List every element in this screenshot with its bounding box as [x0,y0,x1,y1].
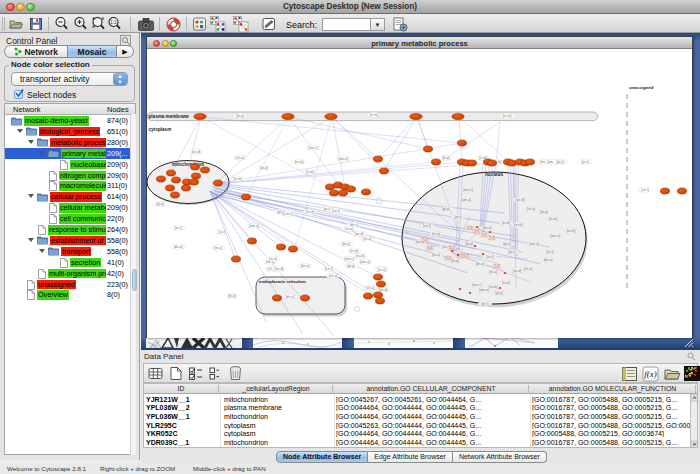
svg-text:[ch-a]: [ch-a] [527,207,536,211]
svg-text:[gl-y]: [gl-y] [495,291,502,295]
svg-text:[ce-l]: [ce-l] [546,250,553,254]
svg-text:[ox-d]: [ox-d] [192,150,201,154]
svg-text:[pr-t]: [pr-t] [175,226,182,230]
svg-text:[gl-y]: [gl-y] [556,160,563,164]
svg-text:[am-a]: [am-a] [461,198,471,202]
svg-text:[s-l]: [s-l] [464,254,469,258]
svg-text:1:1: 1:1 [110,20,117,25]
svg-text:endoplasmic reticulum: endoplasmic reticulum [259,279,306,284]
svg-text:[ch-a]: [ch-a] [236,156,245,160]
svg-text:[pr-t]: [pr-t] [582,160,589,164]
svg-text:[bi-p]: [bi-p] [342,242,350,246]
svg-text:[bi-p]: [bi-p] [451,259,459,263]
svg-text:[nu-b]: [nu-b] [567,229,576,233]
svg-text:[rn-a]: [rn-a] [269,257,277,261]
svg-text:[dn-a]: [dn-a] [483,226,492,230]
svg-text:[s-l]: [s-l] [475,229,480,233]
svg-text:[rn-a]: [rn-a] [489,270,497,274]
svg-text:[ce-l]: [ce-l] [423,224,430,228]
svg-text:[ch-a]: [ch-a] [524,267,533,271]
svg-text:[ox-d]: [ox-d] [516,198,525,202]
svg-text:[nu-b]: [nu-b] [489,285,498,289]
svg-text:[ce-l]: [ce-l] [325,267,332,271]
svg-text:[dn-a]: [dn-a] [286,295,295,299]
svg-text:[pr-t]: [pr-t] [455,215,462,219]
svg-text:[gl-y]: [gl-y] [503,242,510,246]
svg-text:plasma membrane: plasma membrane [149,114,190,119]
svg-text:[nu-b]: [nu-b] [306,210,315,214]
svg-text:[am-a]: [am-a] [338,157,348,161]
svg-text:[dn-a]: [dn-a] [544,258,553,262]
svg-text:[bi-p]: [bi-p] [228,294,236,298]
svg-text:cytoplasm: cytoplasm [149,127,172,132]
svg-text:[s-l]: [s-l] [450,246,455,250]
svg-text:[gl-y]: [gl-y] [156,202,163,206]
svg-text:[pr-t]: [pr-t] [509,250,516,254]
svg-text:[ch-a]: [ch-a] [329,274,338,278]
svg-text:[gl-y]: [gl-y] [347,264,354,268]
svg-text:[bi-p]: [bi-p] [540,210,548,214]
svg-text:[rn-a]: [rn-a] [345,227,353,231]
svg-text:[ox-d]: [ox-d] [513,269,522,273]
svg-text:[gl-y]: [gl-y] [442,207,449,211]
svg-text:[rn-a]: [rn-a] [378,268,386,272]
svg-text:[tr-m]: [tr-m] [370,113,378,117]
svg-text:[nu-b]: [nu-b] [356,254,365,258]
svg-text:[ox-d]: [ox-d] [275,267,284,271]
svg-text:[me-c]: [me-c] [472,283,481,287]
svg-text:f(x): f(x) [644,369,657,379]
svg-text:[nu-b]: [nu-b] [503,114,512,118]
svg-text:[ce-l]: [ce-l] [486,255,493,259]
svg-text:[bi-p]: [bi-p] [442,156,450,160]
svg-text:[am-a]: [am-a] [479,288,489,292]
svg-text:[rn-a]: [rn-a] [432,253,440,257]
svg-text:[bi-p]: [bi-p] [236,114,244,118]
svg-text:[tr-m]: [tr-m] [350,249,358,253]
svg-text:[am-a]: [am-a] [360,260,370,264]
svg-text:unassigned: unassigned [629,85,654,90]
svg-text:[s-l]: [s-l] [468,226,473,230]
svg-text:[ch-a]: [ch-a] [366,286,375,290]
svg-text:[dn-a]: [dn-a] [476,262,485,266]
svg-text:[ox-d]: [ox-d] [355,232,364,236]
svg-text:[s-l]: [s-l] [490,236,495,240]
svg-text:[nu-b]: [nu-b] [295,160,304,164]
svg-text:[tr-m]: [tr-m] [502,281,510,285]
svg-text:[tr-m]: [tr-m] [549,217,557,221]
svg-text:[ce-l]: [ce-l] [218,230,225,234]
svg-text:[bi-p]: [bi-p] [260,166,268,170]
svg-text:[am-a]: [am-a] [249,224,259,228]
svg-text:[pr-t]: [pr-t] [482,302,489,306]
svg-text:[ce-l]: [ce-l] [332,209,339,213]
svg-text:[dn-a]: [dn-a] [174,245,183,249]
svg-text:[tr-m]: [tr-m] [234,177,242,181]
svg-text:[tr-m]: [tr-m] [502,221,510,225]
svg-text:[me-c]: [me-c] [463,188,472,192]
svg-text:[me-c]: [me-c] [550,234,559,238]
svg-text:[nu-b]: [nu-b] [514,223,523,227]
svg-text:[s-l]: [s-l] [428,246,433,250]
svg-text:[s-l]: [s-l] [423,238,428,242]
svg-text:[gl-y]: [gl-y] [277,210,284,214]
svg-text:[am-a]: [am-a] [529,242,539,246]
svg-text:[ox-d]: [ox-d] [379,288,388,292]
svg-text:[rn-a]: [rn-a] [214,246,222,250]
svg-text:[dn-a]: [dn-a] [301,264,310,268]
svg-text:[s-l]: [s-l] [495,264,500,268]
svg-text:[me-c]: [me-c] [308,146,317,150]
svg-text:[ch-a]: [ch-a] [363,237,372,241]
svg-text:[s-l]: [s-l] [446,256,451,260]
svg-text:[s-l]: [s-l] [482,233,487,237]
svg-text:[ce-l]: [ce-l] [641,188,648,192]
svg-text:[me-c]: [me-c] [344,257,353,261]
svg-text:[bi-p]: [bi-p] [465,242,473,246]
svg-text:[tr-m]: [tr-m] [306,170,314,174]
svg-text:[rn-a]: [rn-a] [432,232,440,236]
